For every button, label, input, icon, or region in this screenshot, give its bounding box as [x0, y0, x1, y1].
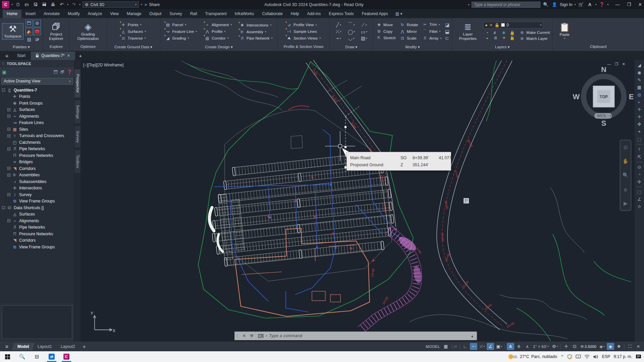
speaker-icon[interactable] [593, 355, 598, 359]
command-input[interactable]: >_ ▾ Type a command [256, 332, 468, 340]
tree-expander-icon[interactable]: + [7, 193, 10, 196]
command-history-caret-icon[interactable]: ▾ [266, 335, 267, 338]
toolspace-tab-prospector[interactable]: Prospector [74, 69, 80, 98]
layer-tool-icon-5[interactable]: ≣ [492, 36, 499, 40]
elevation-icon[interactable]: ≋3.5000 [579, 343, 597, 350]
toolspace-grip-icon[interactable]: ⁞⁞ [2, 62, 5, 65]
command-expand-icon[interactable]: ▲ [468, 334, 477, 338]
toolbox-palette-icon[interactable]: 🧰 [34, 28, 41, 35]
section-views-button[interactable]: ⛰✦Section Views ▾ [286, 36, 321, 41]
scale-button[interactable]: ⊡Scale [399, 36, 419, 41]
ribbon-tab-add-ins[interactable]: Add-ins [303, 10, 325, 18]
layer-tool-icon-7[interactable]: 🔓 [508, 36, 516, 40]
tree-item-point-groups[interactable]: ⊕Point Groups [2, 100, 74, 107]
tree-item-points[interactable]: ✛Points [2, 94, 74, 100]
workspace-gear-icon[interactable]: ⚙▾ [551, 343, 559, 350]
weather-widget[interactable]: 27°CParc. nublado [508, 354, 557, 359]
tree-expander-icon[interactable]: + [7, 134, 10, 137]
layer-tool-icon-4[interactable]: ◒ [483, 36, 491, 40]
file-tabs-menu-icon[interactable]: ≡ [2, 53, 12, 60]
notification-center-icon[interactable] [636, 354, 641, 359]
layout-tab-model[interactable]: Model [12, 343, 35, 350]
search-expand-icon[interactable]: ▸ [468, 3, 470, 6]
tab-start[interactable]: Start [12, 52, 30, 60]
polar-tracking-icon[interactable]: ◔▾ [470, 343, 477, 350]
tree-expander-icon[interactable]: + [7, 167, 10, 170]
vp-close-icon[interactable]: ✕ [622, 62, 625, 66]
panel-label-ground[interactable]: Create Ground Data ▾ [107, 45, 160, 51]
rotate-button[interactable]: ↻Rotate [399, 22, 419, 27]
points-button[interactable]: ✛✦Points ▾ [120, 22, 147, 27]
stretch-button[interactable]: ⇱Stretch [376, 35, 396, 41]
ribbon-tab-infraworks[interactable]: InfraWorks [231, 10, 258, 18]
rail-tool-icon-0[interactable]: ◢ [638, 63, 641, 68]
main-road-east[interactable] [437, 61, 512, 330]
save-icon[interactable]: 🖫 [32, 2, 39, 7]
array-button[interactable]: ⠿Array ▾ [422, 36, 442, 41]
survey-palette-icon[interactable]: ⛺ [25, 28, 33, 35]
language-indicator[interactable]: ESP [602, 354, 610, 359]
intersections-button[interactable]: ✚✦Intersections ▾ [239, 22, 273, 28]
help-icon[interactable]: ❓ [598, 2, 605, 7]
app-menu-caret-icon[interactable]: ▾ [11, 3, 13, 6]
tree-item-sites[interactable]: +▦Sites [2, 126, 74, 133]
tree-item-data-shortcuts-[interactable]: -⛁Data Shortcuts [] [2, 204, 74, 211]
help-search-input[interactable]: Type a keyword or phrase [472, 2, 540, 8]
ribbon-tab-manage[interactable]: Manage [123, 10, 145, 18]
toolspace-button[interactable]: ⚒ Toolspace [2, 23, 23, 40]
wifi-icon[interactable] [584, 355, 590, 359]
draw-tool-icon-6[interactable]: ⌁ ▾ [333, 36, 344, 41]
viewcube-nav-icon[interactable]: ❖ [615, 343, 623, 350]
redo-icon[interactable]: ↷ [70, 2, 77, 7]
toolspace-header[interactable]: ⁞⁞ TOOLSPACE [0, 60, 74, 67]
grid-display-icon[interactable]: ▦ [442, 343, 449, 350]
tree-item-pipe-networks[interactable]: +ЛPipe Networks [2, 146, 74, 153]
showmotion-icon[interactable]: ▶ [624, 200, 628, 206]
preview-toggle-icon[interactable]: 🗗 [60, 70, 64, 74]
snap-mode-icon[interactable]: ⸬▾ [450, 343, 458, 350]
layer-selector[interactable]: ● ☀ 🔓 0 ▾ [483, 22, 543, 28]
toolspace-tab-settings[interactable]: Settings [74, 100, 80, 124]
rail-tool-icon-11[interactable]: ⫯ [638, 147, 640, 152]
vp-minimize-icon[interactable]: — [607, 62, 611, 66]
model-space-toggle[interactable]: MODEL [425, 343, 441, 350]
sign-in-button[interactable]: Sign In [560, 2, 572, 7]
rail-tool-icon-2[interactable]: ✎ [638, 77, 641, 82]
properties-palette-icon[interactable]: 🗔 [25, 20, 33, 27]
draw-tool-icon-1[interactable]: ⌒ ▾ [346, 22, 357, 28]
ribbon-tab-annotate[interactable]: Annotate [40, 10, 64, 18]
autodesk-a-icon[interactable]: A [586, 2, 593, 7]
parcel-button[interactable]: ▤✦Parcel ▾ [164, 22, 198, 27]
ribbon-tab-survey[interactable]: Survey [165, 10, 186, 18]
item-view-toggle-icon[interactable]: 🗖 [54, 70, 58, 74]
tree-expander-icon[interactable]: - [2, 88, 5, 92]
alignment-button[interactable]: ⌁✦Alignment ▾ [204, 22, 232, 27]
ribbon-tab-transparent[interactable]: Transparent [201, 10, 230, 18]
panel-label-draw[interactable]: Draw ▾ [330, 45, 373, 51]
clean-screen-icon[interactable]: ⛶ [626, 343, 634, 350]
profile-view-button[interactable]: ⊿✦Profile View ▾ [286, 22, 321, 27]
rail-tool-icon-8[interactable]: ✜ [638, 122, 641, 127]
new-layout-button[interactable]: + [81, 344, 88, 349]
rail-tool-icon-7[interactable]: ✛ [638, 114, 641, 119]
panel-label-design[interactable]: Create Design ▾ [160, 45, 277, 51]
tray-expand-icon[interactable]: ⌃ [560, 354, 564, 359]
layer-tool-icon-6[interactable]: ☀ [500, 36, 507, 40]
tree-expander-icon[interactable]: + [7, 174, 10, 177]
panel-label-layers[interactable]: Layers ▾ [452, 45, 552, 51]
toolspace-tab-survey[interactable]: Survey [74, 126, 80, 147]
layer-tool-icon-2[interactable]: ❄ [500, 31, 507, 35]
corridor-button[interactable]: ▧✦Corridor ▾ [204, 36, 232, 41]
close-button[interactable]: ✕ [638, 2, 642, 7]
corridor-hatch[interactable] [358, 227, 423, 333]
panel-label-palettes[interactable]: Palettes ▾ [0, 45, 43, 51]
traverse-button[interactable]: ⚖✦Traverse ▾ [120, 36, 147, 41]
rail-tool-icon-10[interactable]: ⬚ [637, 137, 641, 142]
view-selector-dropdown[interactable]: Active Drawing View ▾ [1, 78, 73, 84]
viewcube[interactable]: N S W E TOP WCS ▾ [573, 65, 634, 127]
tree-expander-icon[interactable]: + [7, 115, 10, 118]
layer-tool-icon-0[interactable]: ◔ [483, 31, 491, 35]
tree-item-catchments[interactable]: ◰Catchments [2, 139, 74, 146]
customization-menu-icon[interactable]: ≡ [635, 343, 642, 350]
tab-quantities7[interactable]: Quantities-7* ✕ [31, 52, 75, 60]
